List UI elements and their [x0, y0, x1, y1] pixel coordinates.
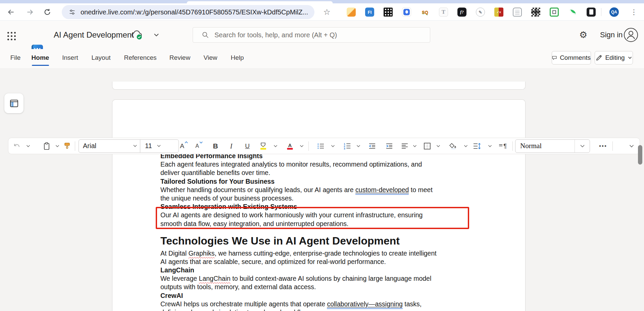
styles-chevron-icon[interactable] [575, 145, 590, 147]
line-spacing-button[interactable] [473, 143, 481, 149]
menu-tab-home[interactable]: Home [32, 54, 49, 61]
doc-line: At Digital Graphiks, we harness cutting-… [160, 249, 437, 258]
forward-icon[interactable] [26, 8, 34, 16]
browser-profile-avatar[interactable]: QA [609, 7, 619, 17]
spellcheck-text: Graphiks [188, 250, 214, 257]
spellcheck-text: LangChain [199, 275, 231, 282]
bold-button[interactable]: B [213, 142, 218, 150]
menu-tab-layout[interactable]: Layout [91, 54, 110, 61]
saved-to-cloud-icon[interactable] [130, 30, 144, 40]
search-icon [202, 31, 209, 39]
extension-text-tool-icon[interactable]: T [439, 7, 448, 16]
document-text[interactable]: Embedded Performance Insights Each agent… [160, 152, 437, 311]
highlight-color-button[interactable] [260, 142, 266, 149]
url-text[interactable]: onedrive.live.com/:w:/g/personal/45D7691… [81, 8, 308, 16]
undo-chevron-icon[interactable] [27, 145, 30, 147]
extension-launcher-icon[interactable] [402, 7, 411, 16]
paste-button[interactable] [43, 142, 50, 150]
doc-line: smooth data flow, easy integration, and … [160, 220, 437, 228]
active-tab-underline [32, 65, 49, 66]
pencil-icon [596, 55, 602, 61]
extension-clipboard-icon[interactable] [587, 7, 596, 16]
document-canvas: Embedded Performance Insights Each agent… [0, 86, 644, 311]
font-size-chevron-icon[interactable] [154, 145, 164, 147]
doc-heading: Technologies We Use in AI Agent Developm… [160, 235, 437, 247]
align-button[interactable] [401, 143, 408, 149]
extension-qr-code-icon[interactable] [384, 7, 393, 16]
editing-mode-button[interactable]: Editing [595, 51, 633, 64]
menu-tab-insert[interactable]: Insert [62, 54, 78, 61]
format-painter-button[interactable] [63, 142, 71, 150]
font-family-value: Arial [79, 142, 130, 150]
highlight-chevron-icon[interactable] [274, 145, 278, 147]
shrink-font-button[interactable]: A [195, 143, 203, 149]
font-family-chevron-icon[interactable] [130, 145, 140, 147]
collapse-ribbon-chevron-icon[interactable] [629, 144, 634, 147]
chevron-down-icon [628, 56, 632, 59]
active-tab-top [187, 1, 333, 3]
menu-tab-help[interactable]: Help [231, 54, 244, 61]
bullet-list-button[interactable] [317, 143, 325, 149]
extension-eco-leaf-icon[interactable] [568, 7, 577, 16]
sign-in-button[interactable]: Sign in [600, 31, 623, 39]
comments-button[interactable]: Comments [552, 51, 591, 64]
extension-calculator-icon[interactable]: ✓x [494, 7, 503, 16]
doc-subheading: CrewAI [160, 292, 437, 300]
back-icon[interactable] [7, 8, 15, 16]
font-color-chevron-icon[interactable] [300, 145, 304, 147]
increase-indent-button[interactable] [386, 143, 393, 149]
shading-chevron-icon[interactable] [464, 145, 468, 147]
menu-tab-review[interactable]: Review [169, 54, 190, 61]
extension-seo-quake-icon[interactable]: SQ [420, 7, 430, 16]
undo-button[interactable] [13, 143, 20, 149]
font-color-button[interactable]: A [287, 142, 293, 149]
doc-line: We leverage LangChain to build context-a… [160, 274, 437, 283]
account-avatar-icon[interactable] [624, 28, 638, 42]
align-chevron-icon[interactable] [413, 145, 417, 147]
italic-button[interactable]: I [230, 142, 233, 150]
menu-tab-references[interactable]: References [124, 54, 156, 61]
extension-function-help-icon[interactable]: f? [457, 7, 466, 16]
search-input[interactable]: Search for tools, help, and more (Alt + … [193, 27, 430, 43]
extension-ruler-icon[interactable] [513, 7, 522, 16]
borders-chevron-icon[interactable] [437, 145, 440, 147]
settings-gear-icon[interactable]: ⚙ [579, 30, 587, 40]
borders-button[interactable] [424, 142, 431, 150]
comment-bubble-icon [552, 54, 557, 61]
title-chevron-down-icon[interactable] [154, 33, 159, 37]
numbered-list-chevron-icon[interactable] [357, 145, 360, 147]
decrease-indent-button[interactable] [368, 143, 376, 149]
bullet-list-chevron-icon[interactable] [331, 145, 335, 147]
navigation-pane-toggle[interactable] [4, 93, 23, 113]
office-header: W AI Agent Development Search for tools,… [0, 21, 644, 49]
grow-font-button[interactable]: A [180, 142, 188, 150]
browser-toolbar: onedrive.live.com/:w:/g/personal/45D7691… [0, 3, 644, 21]
reload-icon[interactable] [43, 8, 52, 16]
paste-chevron-icon[interactable] [56, 145, 59, 147]
paragraph-marks-button[interactable]: ¶ [499, 142, 507, 149]
extension-screen-capture-icon[interactable] [550, 7, 559, 16]
doc-line: Our AI agents are designed to work harmo… [160, 211, 437, 219]
more-options-button[interactable]: ••• [599, 143, 607, 149]
menu-tab-view[interactable]: View [204, 54, 217, 61]
suggested-edit-text: custom-developed [355, 186, 409, 195]
browser-menu-icon[interactable]: ⋮ [631, 8, 638, 16]
extension-pixel-grid-icon[interactable] [531, 7, 540, 16]
site-settings-icon[interactable] [68, 8, 76, 16]
extension-font-identifier-icon[interactable]: FI [365, 7, 374, 16]
extension-pen-icon[interactable]: ✎ [476, 7, 485, 16]
address-bar[interactable]: onedrive.live.com/:w:/g/personal/45D7691… [62, 5, 314, 19]
font-family-select[interactable]: Arial 11 [79, 139, 179, 153]
shading-button[interactable] [449, 142, 457, 150]
vertical-scrollbar-thumb[interactable] [638, 145, 642, 165]
screen: onedrive.live.com/:w:/g/personal/45D7691… [0, 0, 644, 311]
app-launcher-icon[interactable] [7, 32, 16, 41]
line-spacing-chevron-icon[interactable] [488, 145, 492, 147]
extension-notes-icon[interactable] [347, 7, 356, 16]
document-title[interactable]: AI Agent Development [54, 30, 134, 40]
styles-select[interactable]: Normal [515, 139, 590, 153]
menu-tab-file[interactable]: File [10, 54, 21, 61]
numbered-list-button[interactable]: 123 [344, 142, 351, 149]
bookmark-star-icon[interactable]: ☆ [323, 7, 331, 17]
underline-button[interactable]: U [245, 142, 250, 150]
